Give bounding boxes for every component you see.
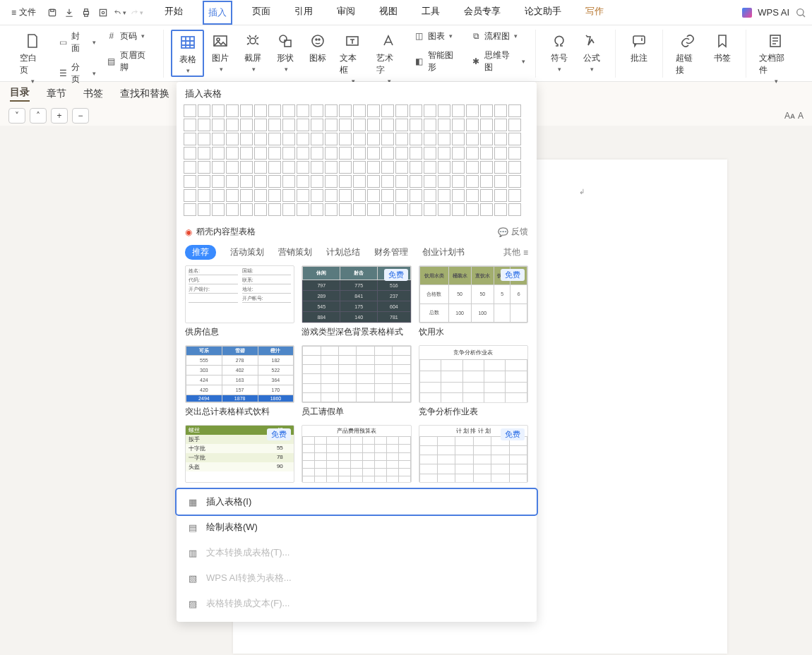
grid-cell[interactable]: [325, 189, 338, 202]
table-button[interactable]: 表格: [171, 30, 204, 77]
template-cost[interactable]: 产品费用预算表: [301, 425, 411, 483]
grid-cell[interactable]: [353, 147, 366, 160]
grid-cell[interactable]: [254, 203, 267, 216]
grid-cell[interactable]: [424, 104, 436, 117]
grid-cell[interactable]: [480, 203, 493, 216]
grid-cell[interactable]: [367, 175, 380, 188]
grid-cell[interactable]: [184, 104, 196, 117]
grid-cell[interactable]: [325, 175, 338, 188]
grid-cell[interactable]: [212, 104, 225, 117]
grid-cell[interactable]: [254, 189, 267, 202]
grid-cell[interactable]: [297, 119, 309, 131]
smartart-button[interactable]: ◧智能图形: [411, 49, 463, 74]
grid-cell[interactable]: [339, 175, 352, 188]
grid-cell[interactable]: [410, 189, 422, 202]
tab-page[interactable]: 页面: [248, 1, 275, 25]
grid-cell[interactable]: [240, 161, 253, 174]
grid-cell[interactable]: [184, 119, 196, 131]
grid-cell[interactable]: [494, 161, 507, 174]
grid-cell[interactable]: [395, 133, 408, 145]
grid-cell[interactable]: [311, 175, 323, 188]
grid-cell[interactable]: [254, 133, 267, 145]
grid-cell[interactable]: [325, 104, 338, 117]
grid-cell[interactable]: [424, 189, 436, 202]
grid-cell[interactable]: [184, 133, 196, 145]
grid-cell[interactable]: [282, 203, 295, 216]
grid-cell[interactable]: [297, 133, 309, 145]
export-icon[interactable]: [63, 6, 76, 19]
grid-cell[interactable]: [508, 147, 521, 160]
grid-cell[interactable]: [325, 133, 338, 145]
screenshot-button[interactable]: 截屏: [237, 30, 269, 74]
nav-bookmark[interactable]: 书签: [83, 88, 103, 100]
grid-cell[interactable]: [438, 119, 450, 131]
grid-cell[interactable]: [381, 189, 394, 202]
tab-write[interactable]: 写作: [581, 1, 608, 25]
tab-start[interactable]: 开始: [160, 1, 187, 25]
template-water[interactable]: 免费 饮用水类桶装水直饮水饮水X²型合格数505056总数100100 饮用水: [419, 265, 528, 338]
cover-button[interactable]: ▭封面: [55, 30, 99, 55]
grid-cell[interactable]: [367, 203, 380, 216]
grid-cell[interactable]: [367, 147, 380, 160]
grid-cell[interactable]: [480, 161, 493, 174]
grid-cell[interactable]: [198, 119, 210, 131]
grid-cell[interactable]: [480, 104, 493, 117]
grid-cell[interactable]: [480, 147, 493, 160]
grid-cell[interactable]: [198, 203, 210, 216]
grid-cell[interactable]: [466, 175, 479, 188]
grid-cell[interactable]: [325, 161, 338, 174]
grid-cell[interactable]: [282, 175, 295, 188]
save-icon[interactable]: [46, 6, 59, 19]
grid-cell[interactable]: [466, 203, 479, 216]
cat-recommend[interactable]: 推荐: [185, 245, 216, 260]
grid-cell[interactable]: [268, 175, 281, 188]
grid-cell[interactable]: [184, 175, 196, 188]
font-indicator[interactable]: AᴀA: [784, 111, 804, 121]
grid-cell[interactable]: [381, 133, 394, 145]
cat-activity[interactable]: 活动策划: [230, 246, 264, 258]
search-icon[interactable]: [795, 7, 806, 18]
grid-cell[interactable]: [268, 147, 281, 160]
grid-cell[interactable]: [297, 104, 309, 117]
grid-cell[interactable]: [254, 119, 267, 131]
grid-cell[interactable]: [184, 189, 196, 202]
grid-cell[interactable]: [282, 104, 295, 117]
grid-cell[interactable]: [198, 161, 210, 174]
grid-cell[interactable]: [494, 175, 507, 188]
grid-cell[interactable]: [395, 104, 408, 117]
template-stripes[interactable]: 免费 螺丝42扳手22十字批55一字批78头盔90: [185, 425, 294, 483]
template-housing-info[interactable]: 姓名:国籍:代码:联系:开户银行:地址:开户帐号: 供房信息: [185, 265, 294, 338]
grid-cell[interactable]: [226, 203, 239, 216]
grid-cell[interactable]: [254, 175, 267, 188]
cat-business-plan[interactable]: 创业计划书: [422, 246, 465, 258]
grid-cell[interactable]: [311, 203, 323, 216]
tab-tools[interactable]: 工具: [417, 1, 444, 25]
template-dark-game[interactable]: 免费 休闲射击797775516289841237545175604884140…: [301, 265, 411, 338]
grid-cell[interactable]: [339, 119, 352, 131]
grid-cell[interactable]: [395, 189, 408, 202]
tab-vip[interactable]: 会员专享: [460, 1, 505, 25]
grid-cell[interactable]: [240, 175, 253, 188]
grid-cell[interactable]: [480, 189, 493, 202]
grid-cell[interactable]: [311, 119, 323, 131]
grid-cell[interactable]: [297, 147, 309, 160]
tab-thesis[interactable]: 论文助手: [520, 1, 566, 25]
grid-cell[interactable]: [438, 147, 450, 160]
grid-cell[interactable]: [466, 189, 479, 202]
grid-cell[interactable]: [198, 175, 210, 188]
tab-reference[interactable]: 引用: [290, 1, 317, 25]
grid-cell[interactable]: [395, 147, 408, 160]
grid-cell[interactable]: [508, 104, 521, 117]
grid-cell[interactable]: [508, 203, 521, 216]
grid-cell[interactable]: [240, 133, 253, 145]
grid-cell[interactable]: [311, 161, 323, 174]
grid-cell[interactable]: [367, 161, 380, 174]
chart-button[interactable]: ◫图表: [411, 30, 463, 43]
grid-cell[interactable]: [226, 161, 239, 174]
wordart-button[interactable]: 艺术字: [371, 30, 407, 86]
collapse-button[interactable]: ˄: [30, 108, 47, 124]
template-competition[interactable]: 竞争分析作业表 竞争分析作业表: [419, 345, 528, 418]
grid-cell[interactable]: [395, 161, 408, 174]
grid-cell[interactable]: [311, 104, 323, 117]
feedback-button[interactable]: 💬 反馈: [498, 226, 528, 238]
